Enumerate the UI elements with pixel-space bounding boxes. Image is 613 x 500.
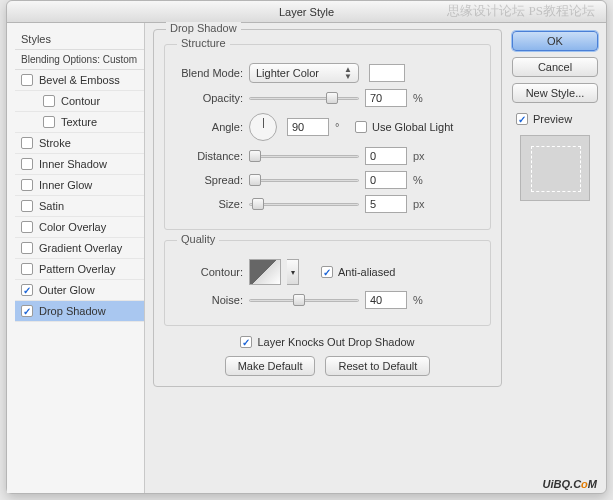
layer-style-dialog: Layer Style Styles Blending Options: Cus…: [6, 0, 607, 494]
sidebar-item-outer-glow[interactable]: Outer Glow: [15, 280, 144, 301]
structure-fieldset: Structure Blend Mode: Lighter Color▲▼ Op…: [164, 44, 491, 230]
checkbox-icon[interactable]: [21, 284, 33, 296]
blend-mode-value: Lighter Color: [256, 67, 319, 79]
noise-label: Noise:: [173, 294, 243, 306]
checkbox-icon[interactable]: [21, 137, 33, 149]
updown-icon: ▲▼: [344, 66, 352, 80]
sidebar-item-label: Stroke: [39, 137, 71, 149]
structure-legend: Structure: [177, 37, 230, 49]
distance-unit: px: [413, 150, 427, 162]
checkbox-icon: [516, 113, 528, 125]
sidebar-item-label: Color Overlay: [39, 221, 106, 233]
antialiased-checkbox[interactable]: Anti-aliased: [321, 266, 395, 278]
noise-input[interactable]: [365, 291, 407, 309]
shadow-color-swatch[interactable]: [369, 64, 405, 82]
checkbox-icon[interactable]: [21, 221, 33, 233]
sidebar-item-label: Satin: [39, 200, 64, 212]
checkbox-icon: [355, 121, 367, 133]
size-input[interactable]: [365, 195, 407, 213]
sidebar-item-label: Pattern Overlay: [39, 263, 115, 275]
spread-label: Spread:: [173, 174, 243, 186]
checkbox-icon[interactable]: [21, 158, 33, 170]
noise-unit: %: [413, 294, 427, 306]
checkbox-icon[interactable]: [21, 305, 33, 317]
sidebar-item-label: Drop Shadow: [39, 305, 106, 317]
titlebar: Layer Style: [7, 1, 606, 23]
quality-legend: Quality: [177, 233, 219, 245]
sidebar-item-stroke[interactable]: Stroke: [15, 133, 144, 154]
checkbox-icon[interactable]: [21, 263, 33, 275]
reset-default-button[interactable]: Reset to Default: [325, 356, 430, 376]
spread-slider[interactable]: [249, 173, 359, 187]
checkbox-icon[interactable]: [21, 200, 33, 212]
main-panel: Drop Shadow Structure Blend Mode: Lighte…: [145, 23, 510, 493]
sidebar-item-label: Contour: [61, 95, 100, 107]
new-style-button[interactable]: New Style...: [512, 83, 598, 103]
checkbox-icon[interactable]: [21, 74, 33, 86]
knockout-checkbox[interactable]: Layer Knocks Out Drop Shadow: [240, 336, 414, 348]
sidebar-item-label: Gradient Overlay: [39, 242, 122, 254]
checkbox-icon[interactable]: [43, 116, 55, 128]
preview-thumbnail: [520, 135, 590, 201]
blend-mode-label: Blend Mode:: [173, 67, 243, 79]
opacity-input[interactable]: [365, 89, 407, 107]
antialiased-label: Anti-aliased: [338, 266, 395, 278]
checkbox-icon: [240, 336, 252, 348]
noise-slider[interactable]: [249, 293, 359, 307]
sidebar-item-bevel-emboss[interactable]: Bevel & Emboss: [15, 70, 144, 91]
styles-sidebar: Styles Blending Options: Custom Bevel & …: [7, 23, 145, 493]
angle-label: Angle:: [173, 121, 243, 133]
knockout-label: Layer Knocks Out Drop Shadow: [257, 336, 414, 348]
blending-options-row[interactable]: Blending Options: Custom: [15, 49, 144, 70]
sidebar-item-label: Texture: [61, 116, 97, 128]
size-slider[interactable]: [249, 197, 359, 211]
checkbox-icon[interactable]: [43, 95, 55, 107]
angle-input[interactable]: [287, 118, 329, 136]
sidebar-item-drop-shadow[interactable]: Drop Shadow: [15, 301, 144, 322]
sidebar-item-label: Inner Glow: [39, 179, 92, 191]
sidebar-item-label: Bevel & Emboss: [39, 74, 120, 86]
distance-slider[interactable]: [249, 149, 359, 163]
preview-checkbox[interactable]: Preview: [516, 113, 598, 125]
sidebar-item-label: Outer Glow: [39, 284, 95, 296]
checkbox-icon: [321, 266, 333, 278]
spread-unit: %: [413, 174, 427, 186]
quality-fieldset: Quality Contour: ▾ Anti-aliased Noise: %: [164, 240, 491, 326]
angle-unit: °: [335, 121, 349, 133]
sidebar-item-inner-glow[interactable]: Inner Glow: [15, 175, 144, 196]
right-panel: OK Cancel New Style... Preview: [510, 23, 606, 493]
sidebar-item-satin[interactable]: Satin: [15, 196, 144, 217]
opacity-unit: %: [413, 92, 427, 104]
size-label: Size:: [173, 198, 243, 210]
preview-label: Preview: [533, 113, 572, 125]
cancel-button[interactable]: Cancel: [512, 57, 598, 77]
blend-mode-select[interactable]: Lighter Color▲▼: [249, 63, 359, 83]
distance-input[interactable]: [365, 147, 407, 165]
spread-input[interactable]: [365, 171, 407, 189]
sidebar-item-color-overlay[interactable]: Color Overlay: [15, 217, 144, 238]
sidebar-item-label: Inner Shadow: [39, 158, 107, 170]
contour-label: Contour:: [173, 266, 243, 278]
global-light-label: Use Global Light: [372, 121, 453, 133]
opacity-label: Opacity:: [173, 92, 243, 104]
sidebar-item-gradient-overlay[interactable]: Gradient Overlay: [15, 238, 144, 259]
checkbox-icon[interactable]: [21, 242, 33, 254]
contour-picker[interactable]: [249, 259, 281, 285]
window-title: Layer Style: [279, 6, 334, 18]
global-light-checkbox[interactable]: Use Global Light: [355, 121, 453, 133]
sidebar-item-contour[interactable]: Contour: [15, 91, 144, 112]
size-unit: px: [413, 198, 427, 210]
sidebar-item-pattern-overlay[interactable]: Pattern Overlay: [15, 259, 144, 280]
panel-title: Drop Shadow: [166, 22, 241, 34]
make-default-button[interactable]: Make Default: [225, 356, 316, 376]
sidebar-item-texture[interactable]: Texture: [15, 112, 144, 133]
ok-button[interactable]: OK: [512, 31, 598, 51]
distance-label: Distance:: [173, 150, 243, 162]
opacity-slider[interactable]: [249, 91, 359, 105]
sidebar-item-inner-shadow[interactable]: Inner Shadow: [15, 154, 144, 175]
drop-shadow-fieldset: Drop Shadow Structure Blend Mode: Lighte…: [153, 29, 502, 387]
contour-dropdown-icon[interactable]: ▾: [287, 259, 299, 285]
checkbox-icon[interactable]: [21, 179, 33, 191]
sidebar-header[interactable]: Styles: [15, 29, 144, 49]
angle-dial[interactable]: [249, 113, 277, 141]
